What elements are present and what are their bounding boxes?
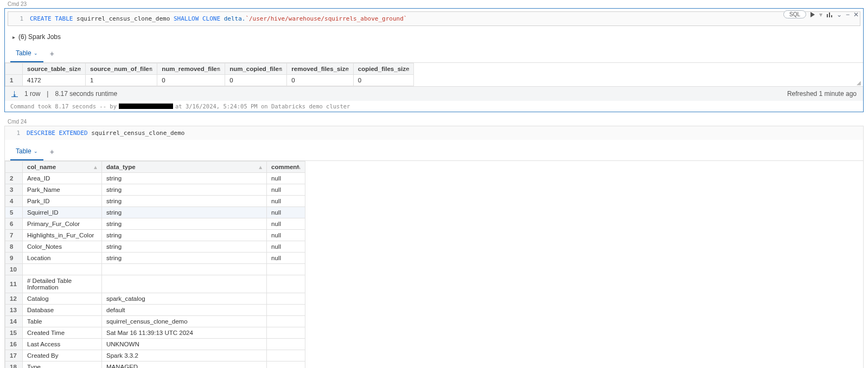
col-header[interactable]: data_type▲ (102, 162, 267, 173)
col-header[interactable]: copied_files_size▲ (353, 63, 414, 75)
cell: 0 (353, 75, 414, 86)
close-icon[interactable]: ✕ (853, 11, 859, 18)
lang-pill[interactable]: SQL (783, 10, 806, 18)
sort-icon[interactable]: ▲ (405, 66, 410, 72)
table-row[interactable]: 17Created BySpark 3.3.2 (5, 350, 305, 361)
table-row[interactable]: 13Databasedefault (5, 305, 305, 316)
col-header[interactable]: col_name▲ (23, 162, 102, 173)
spark-jobs-toggle[interactable]: (6) Spark Jobs (5, 29, 863, 45)
cell: 0 (225, 75, 287, 86)
table-row[interactable]: 15Created TimeSat Mar 16 11:39:13 UTC 20… (5, 327, 305, 339)
sort-icon[interactable]: ▲ (148, 66, 154, 72)
table-row[interactable]: 12Catalogspark_catalog (5, 293, 305, 305)
col-header[interactable]: num_copied_files▲ (225, 63, 287, 75)
cell: Area_ID (23, 173, 102, 184)
svg-rect-2 (831, 15, 832, 17)
row-index: 5 (5, 207, 23, 218)
table-row[interactable]: 8Color_Notesstringnull (5, 241, 305, 253)
cell: Color_Notes (23, 241, 102, 253)
cell: string (102, 207, 267, 218)
cell: Spark 3.3.2 (102, 350, 267, 361)
table-row[interactable]: 4Park_IDstringnull (5, 196, 305, 207)
tab-table[interactable]: Table⌄ (10, 143, 43, 160)
code-text[interactable]: CREATE TABLE squirrel_census_clone_demo … (28, 12, 860, 25)
row-index: 2 (5, 173, 23, 184)
sort-icon[interactable]: ▲ (93, 164, 98, 170)
run-icon[interactable] (810, 12, 815, 17)
table-row[interactable]: 7Highlights_in_Fur_Colorstringnull (5, 230, 305, 241)
cell-toolbar: SQL ▾ ⌄ − ✕ (783, 10, 859, 18)
cell (267, 275, 305, 293)
col-header[interactable]: comment▲ (267, 162, 305, 173)
cell: MANAGED (102, 361, 267, 369)
sort-icon[interactable]: ▲ (76, 66, 82, 72)
cell: 0 (157, 75, 225, 86)
table-row[interactable]: 14Tablesquirrel_census_clone_demo (5, 316, 305, 327)
more-menu-icon[interactable]: ⌄ (837, 11, 842, 18)
row-index: 10 (5, 264, 23, 275)
sort-icon[interactable]: ▲ (258, 164, 263, 170)
col-header[interactable]: removed_files_size▲ (287, 63, 353, 75)
code-editor[interactable]: 1 CREATE TABLE squirrel_census_clone_dem… (8, 11, 860, 26)
add-tab-button[interactable]: + (43, 143, 61, 160)
svg-rect-1 (829, 12, 830, 17)
table-row[interactable]: 18TypeMANAGED (5, 361, 305, 369)
cell (267, 264, 305, 275)
cell: 1 (86, 75, 157, 86)
row-index: 12 (5, 293, 23, 305)
table-row[interactable]: 11# Detailed Table Information (5, 275, 305, 293)
table-row[interactable]: 16Last AccessUNKNOWN (5, 339, 305, 350)
row-index: 1 (5, 75, 23, 86)
cell: Highlights_in_Fur_Color (23, 230, 102, 241)
col-header[interactable]: source_num_of_files▲ (86, 63, 157, 75)
cell (267, 316, 305, 327)
row-index: 17 (5, 350, 23, 361)
cell (267, 305, 305, 316)
row-index: 13 (5, 305, 23, 316)
code-text[interactable]: DESCRIBE EXTENDED squirrel_census_clone_… (24, 126, 863, 140)
barchart-icon[interactable] (826, 12, 833, 17)
table-row[interactable]: 1 4172 1 0 0 0 0 (5, 75, 414, 86)
download-icon[interactable]: ⭳ (11, 90, 18, 98)
table-row[interactable]: 10 (5, 264, 305, 275)
notebook-cell: SQL ▾ ⌄ − ✕ 1 CREATE TABLE squirrel_cens… (4, 8, 864, 112)
resize-handle[interactable]: ◢ (857, 80, 862, 85)
col-header[interactable]: num_removed_files▲ (157, 63, 225, 75)
runtime: 8.17 seconds runtime (55, 90, 117, 98)
table-row[interactable]: 5Squirrel_IDstringnull (5, 207, 305, 218)
output-area: (6) Spark Jobs Table⌄ + source_table_siz… (5, 29, 863, 101)
cell: null (267, 196, 305, 207)
cell: Park_ID (23, 196, 102, 207)
cell: string (102, 196, 267, 207)
sort-icon[interactable]: ▲ (344, 66, 350, 72)
cell: Catalog (23, 293, 102, 305)
table-row[interactable]: 2Area_IDstringnull (5, 173, 305, 184)
cell: string (102, 218, 267, 230)
table-row[interactable]: 9Locationstringnull (5, 253, 305, 264)
cell: Type (23, 361, 102, 369)
table-row[interactable]: 6Primary_Fur_Colorstringnull (5, 218, 305, 230)
row-index: 15 (5, 327, 23, 339)
tab-table[interactable]: Table⌄ (10, 45, 43, 62)
sort-icon[interactable]: ▲ (278, 66, 283, 72)
line-number: 1 (5, 126, 24, 140)
cell (267, 339, 305, 350)
table-row[interactable]: 3Park_Namestringnull (5, 184, 305, 196)
cell: UNKNOWN (102, 339, 267, 350)
cell: Created Time (23, 327, 102, 339)
run-menu-caret[interactable]: ▾ (819, 11, 822, 18)
svg-rect-0 (827, 14, 828, 17)
minimize-icon[interactable]: − (846, 11, 850, 18)
code-editor[interactable]: 1 DESCRIBE EXTENDED squirrel_census_clon… (5, 126, 863, 140)
cell: 4172 (23, 75, 86, 86)
table-corner (5, 162, 23, 173)
col-header[interactable]: source_table_size▲ (23, 63, 86, 75)
cell: null (267, 207, 305, 218)
command-meta: Command took 8.17 seconds -- by at 3/16/… (5, 101, 863, 112)
sort-icon[interactable]: ▲ (216, 66, 221, 72)
separator: | (47, 90, 48, 98)
cell: string (102, 230, 267, 241)
sort-icon[interactable]: ▲ (296, 164, 302, 170)
add-tab-button[interactable]: + (43, 45, 61, 62)
cell: Primary_Fur_Color (23, 218, 102, 230)
